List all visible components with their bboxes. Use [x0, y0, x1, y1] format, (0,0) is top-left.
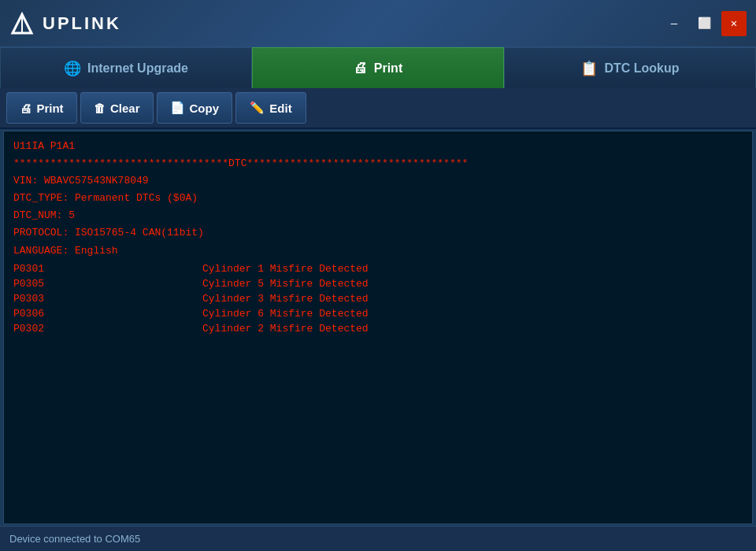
dtc-code: P0306: [13, 308, 202, 320]
clear-button[interactable]: 🗑 Clear: [80, 92, 154, 124]
dtc-entry: P0306Cylinder 6 Misfire Detected: [13, 308, 743, 320]
logo-icon: [9, 11, 35, 36]
language-line: LANGUAGE: English: [13, 242, 743, 260]
print-tab-icon: 🖨: [354, 60, 368, 76]
pre-text-line: U11IA P1A1: [13, 138, 743, 155]
clear-btn-icon: 🗑: [94, 102, 106, 115]
dtc-entry: P0303Cylinder 3 Misfire Detected: [13, 293, 743, 305]
dtc-divider: ***********************************DTC**…: [13, 155, 743, 172]
protocol-line: PROTOCOL: ISO15765-4 CAN(11bit): [13, 224, 743, 242]
dtc-entry: P0305Cylinder 5 Misfire Detected: [13, 278, 743, 290]
dtc-description: Cylinder 2 Misfire Detected: [202, 323, 369, 335]
tab-print-label: Print: [374, 61, 402, 76]
status-text: Device connected to COM65: [9, 533, 140, 545]
copy-btn-icon: 📄: [170, 101, 185, 115]
dtc-code: P0305: [13, 278, 202, 290]
print-btn-icon: 🖨: [20, 102, 32, 115]
dtc-description: Cylinder 1 Misfire Detected: [202, 263, 369, 275]
dtc-num-line: DTC_NUM: 5: [13, 207, 743, 224]
main-area: U11IA P1A1 *****************************…: [0, 129, 756, 526]
output-scroll[interactable]: U11IA P1A1 *****************************…: [4, 131, 752, 523]
restore-button[interactable]: ⬜: [691, 11, 717, 36]
edit-btn-icon: ✏️: [250, 101, 265, 115]
tab-internet-upgrade-label: Internet Upgrade: [87, 61, 188, 76]
vin-line: VIN: WBAVC57543NK78049: [13, 172, 743, 190]
close-button[interactable]: ✕: [721, 11, 747, 36]
dtc-lookup-icon: 📋: [580, 60, 598, 77]
print-button[interactable]: 🖨 Print: [6, 92, 77, 124]
edit-button[interactable]: ✏️ Edit: [235, 92, 306, 124]
titlebar: UPLINK — ⬜ ✕: [0, 0, 756, 47]
tab-dtc-lookup-label: DTC Lookup: [604, 61, 679, 76]
dtc-description: Cylinder 3 Misfire Detected: [202, 293, 369, 305]
edit-btn-label: Edit: [269, 102, 291, 115]
logo-area: UPLINK: [9, 11, 121, 36]
internet-upgrade-icon: 🌐: [64, 60, 81, 77]
nav-tabs: 🌐 Internet Upgrade 🖨 Print 📋 DTC Lookup: [0, 47, 756, 88]
copy-btn-label: Copy: [190, 102, 220, 115]
tab-print[interactable]: 🖨 Print: [252, 47, 504, 88]
copy-button[interactable]: 📄 Copy: [157, 92, 233, 124]
statusbar: Device connected to COM65: [0, 526, 756, 551]
dtc-description: Cylinder 6 Misfire Detected: [202, 308, 369, 320]
minimize-button[interactable]: —: [662, 11, 687, 36]
dtc-entry: P0302Cylinder 2 Misfire Detected: [13, 323, 743, 335]
dtc-code: P0302: [13, 323, 202, 335]
dtc-code: P0301: [13, 263, 202, 275]
clear-btn-label: Clear: [110, 102, 140, 115]
toolbar: 🖨 Print 🗑 Clear 📄 Copy ✏️ Edit: [0, 88, 756, 129]
output-container: U11IA P1A1 *****************************…: [3, 131, 753, 524]
window-controls: — ⬜ ✕: [662, 11, 747, 36]
tab-dtc-lookup[interactable]: 📋 DTC Lookup: [504, 47, 756, 88]
dtc-type-line: DTC_TYPE: Permanent DTCs ($0A): [13, 190, 743, 207]
dtc-entries-list: P0301Cylinder 1 Misfire Detected P0305Cy…: [13, 263, 743, 335]
tab-internet-upgrade[interactable]: 🌐 Internet Upgrade: [0, 47, 252, 88]
dtc-entry: P0301Cylinder 1 Misfire Detected: [13, 263, 743, 275]
print-btn-label: Print: [36, 102, 63, 115]
dtc-code: P0303: [13, 293, 202, 305]
logo-text: UPLINK: [43, 13, 121, 34]
dtc-description: Cylinder 5 Misfire Detected: [202, 278, 369, 290]
